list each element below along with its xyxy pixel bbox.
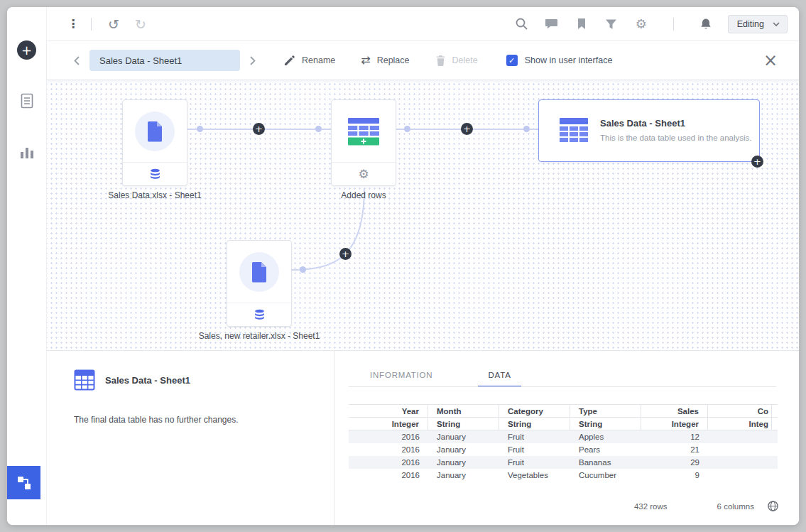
header-names-row: Year Month Category Type Sales Co: [349, 405, 778, 418]
delete-label: Delete: [452, 55, 478, 65]
pages-icon: [20, 93, 34, 109]
chevron-right-icon: [250, 56, 256, 65]
node-final-text: Sales Data - Sheet1 This is the data tab…: [600, 118, 755, 143]
tab-data[interactable]: DATA: [478, 371, 521, 387]
column-header: Sales: [641, 405, 708, 418]
settings-icon[interactable]: ⚙: [633, 16, 649, 31]
tab-bar: INFORMATION DATA: [360, 371, 799, 386]
sidebar-item-pages[interactable]: [18, 92, 36, 109]
tab-rule: [349, 386, 776, 387]
toolbar-separator: [91, 18, 92, 31]
previous-table-button[interactable]: [71, 53, 82, 68]
cell: 2016: [349, 433, 428, 441]
redo-icon[interactable]: ↻: [133, 16, 148, 32]
column-type: Integ: [708, 418, 772, 430]
comments-button[interactable]: [544, 16, 560, 32]
replace-button[interactable]: ⇄ Replace: [361, 55, 409, 66]
replace-icon: ⇄: [361, 55, 370, 66]
plus-icon: +: [342, 249, 349, 259]
chevron-down-icon: [773, 22, 780, 26]
replace-label: Replace: [377, 55, 410, 65]
connector-dot: [315, 126, 322, 132]
cell: January: [428, 471, 499, 479]
node-body: [332, 100, 396, 162]
node-footer: [227, 303, 291, 326]
cell: Pears: [570, 445, 641, 454]
table-header: Year Month Category Type Sales Co Intege…: [349, 404, 778, 430]
bell-icon: [699, 18, 712, 31]
toolbar-separator-2: [673, 18, 674, 31]
trash-icon: [435, 55, 446, 67]
add-button[interactable]: +: [17, 40, 36, 60]
file-icon: [250, 261, 268, 283]
menu-icon[interactable]: ⋮: [65, 17, 81, 31]
node-footer: [123, 162, 187, 185]
connector-dot: [523, 126, 530, 132]
search-icon: [515, 17, 528, 31]
add-step-button[interactable]: +: [253, 123, 265, 135]
cell: Fruit: [499, 445, 570, 454]
node-footer[interactable]: ⚙: [332, 162, 396, 185]
close-button[interactable]: ×: [763, 52, 778, 69]
sidebar-item-visualizations[interactable]: [18, 143, 36, 161]
cell: January: [428, 445, 499, 454]
table-row[interactable]: 2016 January Vegetables Cucumber 9: [349, 469, 778, 482]
checkbox-checked[interactable]: ✓: [506, 55, 518, 66]
column-type: Integer: [641, 418, 708, 430]
main-area: ⋮ ↺ ↻: [46, 7, 799, 525]
notifications-button[interactable]: [698, 16, 714, 32]
node-added-rows[interactable]: ⚙: [331, 99, 396, 186]
table-footer: 432 rows 6 columns: [349, 500, 799, 525]
node-final-title: Sales Data - Sheet1: [600, 118, 755, 129]
rename-button[interactable]: Rename: [284, 55, 335, 66]
database-icon: [149, 168, 161, 180]
filter-button[interactable]: [604, 16, 619, 32]
search-button[interactable]: [514, 16, 530, 32]
add-step-button[interactable]: +: [339, 248, 352, 260]
node-label: Sales, new retailer.xlsx - Sheet1: [199, 331, 320, 341]
cell: 2016: [349, 471, 428, 479]
sidebar-item-data-canvas[interactable]: [7, 466, 40, 499]
add-step-button[interactable]: +: [461, 123, 473, 135]
node-body: [227, 241, 291, 303]
data-canvas: Sales Data.xlsx - Sheet1 ⚙ Added rows: [47, 80, 799, 350]
connector-dot: [404, 126, 410, 132]
column-header: Category: [499, 405, 570, 418]
delete-button[interactable]: Delete: [435, 55, 478, 67]
add-step-button[interactable]: +: [751, 156, 763, 168]
connector-dot: [300, 266, 306, 273]
bookmark-button[interactable]: [574, 16, 589, 32]
icon-circle: [135, 112, 175, 151]
node-body: [123, 100, 187, 162]
node-final-table[interactable]: Sales Data - Sheet1 This is the data tab…: [538, 99, 760, 162]
left-sidebar: +: [7, 7, 46, 525]
tab-information[interactable]: INFORMATION: [360, 371, 442, 387]
plus-icon: +: [255, 124, 263, 134]
undo-icon[interactable]: ↺: [106, 16, 121, 32]
globe-icon: [767, 500, 779, 512]
show-in-ui-label: Show in user interface: [525, 55, 613, 65]
table-row[interactable]: 2016 January Fruit Pears 21: [349, 443, 778, 456]
mode-dropdown[interactable]: Editing: [728, 15, 788, 33]
cell: Fruit: [499, 458, 570, 467]
column-header: Month: [428, 405, 499, 418]
toolbar-right-group: ⚙ Editing: [514, 15, 788, 33]
chevron-left-icon: [74, 56, 80, 65]
locale-button[interactable]: [767, 500, 779, 512]
table-add-rows-icon: [347, 117, 380, 146]
column-header: Year: [349, 405, 428, 418]
node-source-sales-data[interactable]: [122, 99, 187, 186]
table-outline-icon: [74, 369, 95, 391]
table-icon: [559, 117, 589, 144]
data-preview-section: INFORMATION DATA Year Month Category Typ…: [334, 351, 799, 525]
details-title-row: Sales Data - Sheet1: [74, 369, 320, 391]
table-name-input[interactable]: Sales Data - Sheet1: [89, 50, 240, 71]
table-row[interactable]: 2016 January Fruit Apples 12: [349, 430, 778, 443]
table-row[interactable]: 2016 January Fruit Bananas 29: [349, 456, 778, 469]
node-final-description: This is the data table used in the analy…: [600, 132, 755, 143]
gear-icon: ⚙: [358, 168, 369, 180]
show-in-ui-checkbox-group[interactable]: ✓ Show in user interface: [506, 55, 613, 66]
next-table-button[interactable]: [247, 53, 258, 68]
node-source-new-retailer[interactable]: [227, 240, 292, 327]
bar-chart-icon: [20, 145, 34, 159]
